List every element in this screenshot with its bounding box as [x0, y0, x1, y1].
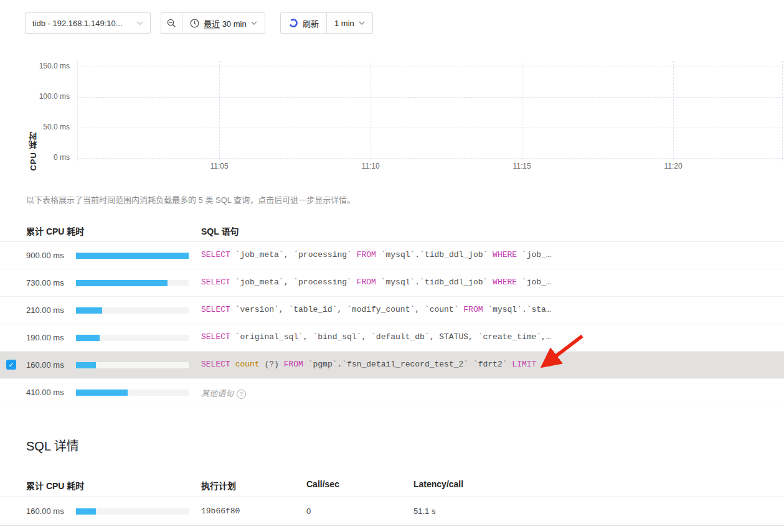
v-gridline — [782, 61, 783, 161]
cpu-time-bar-fill — [76, 280, 168, 286]
x-tick-label: 11:10 — [351, 162, 390, 170]
cpu-time-chart: CPU 耗时 150.0 ms100.0 ms50.0 ms0 ms11:051… — [0, 57, 784, 179]
cpu-time-bar-fill — [76, 253, 189, 259]
x-tick-label: 11:05 — [199, 162, 239, 170]
sql-statement: SELECT `original_sql`, `bind_sql`, `defa… — [201, 332, 778, 342]
time-range-prefix: 最近 — [204, 19, 220, 29]
y-tick-label: 100.0 ms — [0, 92, 70, 101]
instance-select[interactable]: tidb - 192.168.1.149:10... — [25, 12, 151, 34]
sql-statement: SELECT count (?) FROM `pgmp`.`fsn_detail… — [201, 360, 778, 369]
x-tick-label: 11:15 — [502, 162, 542, 170]
cpu-time-value: 190.00 ms — [26, 333, 64, 342]
x-tick-label: 11:20 — [653, 162, 693, 170]
v-gridline — [522, 61, 522, 161]
y-tick-label: 0 ms — [0, 153, 70, 162]
sql-detail-title: SQL 详情 — [26, 436, 79, 454]
cpu-time-bar-fill — [76, 508, 96, 515]
column-header-sql-statement: SQL 语句 — [201, 225, 239, 237]
refresh-interval-value: 1 min — [334, 19, 354, 28]
other-statements-label: 其他语句 — [201, 389, 234, 398]
time-range-button[interactable]: 最近 30 min — [182, 13, 265, 33]
h-gridline — [77, 128, 784, 128]
cpu-time-bar — [76, 307, 189, 314]
column-header-plan: 执行计划 — [201, 479, 236, 492]
y-axis-line — [77, 61, 78, 161]
top-sql-row[interactable]: 410.00 ms其他语句? — [0, 379, 784, 406]
column-header-call-sec: Call/sec — [306, 479, 339, 489]
chevron-down-icon — [136, 21, 143, 26]
h-gridline — [77, 158, 784, 159]
row-checkbox[interactable]: ✓ — [6, 360, 16, 370]
time-range-group: 最近 30 min — [161, 12, 265, 34]
cpu-time-bar — [76, 280, 189, 286]
top-sql-row[interactable]: 210.00 msSELECT `version`, `table_id`, `… — [0, 297, 784, 324]
cpu-time-value: 410.00 ms — [26, 388, 64, 397]
top-sql-row[interactable]: 730.00 msSELECT `job_meta`, `processing`… — [0, 269, 784, 297]
call-per-sec: 0 — [306, 506, 311, 516]
h-gridline — [77, 97, 784, 98]
cpu-time-bar — [76, 253, 189, 259]
top-sql-rows: 900.00 msSELECT `job_meta`, `processing`… — [0, 242, 784, 406]
zoom-out-button[interactable] — [161, 13, 182, 33]
chevron-down-icon — [359, 21, 365, 25]
sql-statement: SELECT `job_meta`, `processing` FROM `my… — [201, 278, 778, 287]
cpu-time-value: 160.00 ms — [26, 360, 64, 370]
cpu-time-value: 160.00 ms — [26, 506, 64, 516]
cpu-time-bar-fill — [76, 307, 102, 314]
top-sql-header-row: 累计 CPU 耗时 SQL 语句 — [0, 219, 784, 242]
h-gridline — [77, 67, 784, 67]
sql-statement: SELECT `job_meta`, `processing` FROM `my… — [201, 250, 778, 259]
column-header-latency-call: Latency/call — [413, 479, 463, 489]
cpu-time-value: 900.00 ms — [26, 251, 64, 260]
sql-detail-rows: 160.00 ms19b66f80051.1 s — [0, 497, 784, 526]
clock-icon — [190, 19, 199, 28]
refresh-group: 刷新 1 min — [280, 12, 373, 34]
zoom-out-icon — [167, 19, 176, 28]
cpu-time-bar-fill — [76, 362, 96, 368]
top-sql-row[interactable]: ✓160.00 msSELECT count (?) FROM `pgmp`.`… — [0, 352, 784, 379]
refresh-label: 刷新 — [303, 17, 319, 29]
latency-per-call: 51.1 s — [413, 506, 435, 516]
y-tick-label: 50.0 ms — [0, 123, 70, 131]
y-tick-label: 150.0 ms — [0, 62, 70, 70]
sql-statement: SELECT `version`, `table_id`, `modify_co… — [201, 305, 778, 314]
refresh-spinner-icon — [288, 18, 298, 28]
v-gridline — [219, 61, 220, 161]
cpu-time-bar — [76, 390, 189, 396]
top-sql-row[interactable]: 900.00 msSELECT `job_meta`, `processing`… — [0, 242, 784, 269]
refresh-button[interactable]: 刷新 — [281, 13, 326, 33]
v-gridline — [673, 61, 674, 161]
sql-statement: 其他语句? — [201, 387, 778, 399]
refresh-interval-select[interactable]: 1 min — [326, 13, 372, 33]
cpu-time-value: 730.00 ms — [26, 278, 64, 287]
column-header-cpu-time: 累计 CPU 耗时 — [26, 479, 84, 492]
sql-detail-row[interactable]: 160.00 ms19b66f80051.1 s — [0, 497, 784, 526]
y-axis-title: CPU 耗时 — [27, 132, 39, 171]
cpu-time-bar — [76, 362, 189, 368]
v-gridline — [371, 61, 371, 161]
top-sql-row[interactable]: 190.00 msSELECT `original_sql`, `bind_sq… — [0, 324, 784, 352]
cpu-time-bar — [76, 335, 189, 341]
cpu-time-value: 210.00 ms — [26, 306, 64, 315]
instance-select-value: tidb - 192.168.1.149:10... — [32, 19, 123, 28]
time-range-value: 30 min — [222, 19, 247, 29]
cpu-time-bar-fill — [76, 390, 128, 396]
column-header-cpu-time: 累计 CPU 耗时 — [26, 225, 84, 237]
sql-detail-header-row: 累计 CPU 耗时 执行计划 Call/sec Latency/call — [0, 472, 784, 497]
chevron-down-icon — [251, 21, 257, 25]
question-circle-icon[interactable]: ? — [237, 390, 246, 399]
sql-detail-table: 累计 CPU 耗时 执行计划 Call/sec Latency/call 160… — [0, 472, 784, 526]
plan-digest: 19b66f80 — [201, 506, 240, 516]
table-description: 以下表格展示了当前时间范围内消耗负载最多的 5 类 SQL 查询，点击后可进一步… — [26, 194, 355, 205]
cpu-time-bar — [76, 508, 189, 515]
cpu-time-bar-fill — [76, 335, 100, 341]
top-sql-table: 累计 CPU 耗时 SQL 语句 900.00 msSELECT `job_me… — [0, 219, 784, 406]
